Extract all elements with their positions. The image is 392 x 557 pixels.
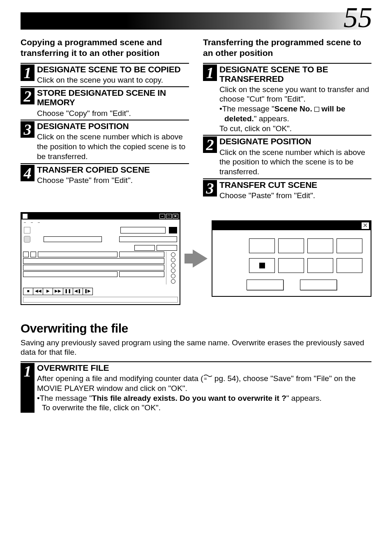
record-button[interactable]: [169, 227, 177, 233]
step-text: Choose "Paste" from "Edit".: [37, 176, 189, 185]
right-section-title: Transferring the programmed scene to an …: [203, 37, 371, 59]
dialog-button[interactable]: [247, 280, 284, 290]
radio-button[interactable]: [171, 268, 175, 273]
step-text: Click on the scene you want to copy.: [37, 75, 189, 85]
placeholder-box-icon: [314, 107, 319, 112]
step-heading: STORE DESIGNATED SCENE IN MEMORY: [37, 88, 189, 107]
menu-item[interactable]: –: [24, 220, 26, 224]
id-cell[interactable]: [278, 238, 304, 253]
page-ref-icon: [203, 376, 212, 381]
step-number: 2: [21, 88, 35, 104]
id-cell-selected[interactable]: [249, 258, 275, 273]
input-field[interactable]: [119, 236, 178, 242]
step-heading: DESIGNATE SCENE TO BE TRANSFERRED: [219, 65, 371, 83]
step-text: Click on the scene number which is above…: [37, 132, 189, 161]
list-row[interactable]: [23, 252, 164, 257]
step-heading: OVERWRITE FILE: [37, 363, 371, 372]
step-heading: DESIGNATE POSITION: [219, 136, 371, 146]
scene-list: [23, 252, 166, 284]
titlebar: ✕: [212, 221, 371, 230]
arrow-right-icon: [184, 250, 208, 268]
step-number: 3: [203, 180, 217, 196]
step-text: Click on the scene number which is above…: [219, 148, 371, 177]
id-cell[interactable]: [278, 258, 304, 273]
status-bar: [23, 297, 178, 303]
id-dialog-window: ✕: [212, 220, 371, 297]
list-row[interactable]: [23, 258, 164, 264]
left-step-1: 1 DESIGNATE SCENE TO BE COPIED Click on …: [21, 63, 189, 85]
left-step-2: 2 STORE DESIGNATED SCENE IN MEMORY Choos…: [21, 86, 189, 118]
step-heading: DESIGNATE SCENE TO BE COPIED: [37, 65, 189, 74]
id-cell[interactable]: [249, 238, 275, 253]
right-step-3: 3 TRANSFER CUT SCENE Choose "Paste" from…: [203, 178, 371, 201]
header-banner: [21, 12, 371, 30]
radio-button[interactable]: [171, 252, 175, 257]
movie-player-window: – □ ✕ – – –: [21, 212, 180, 305]
menu-item[interactable]: –: [38, 220, 40, 224]
counter-field[interactable]: [157, 245, 177, 251]
step-tail: To overwrite the file, click on "OK".: [37, 403, 371, 413]
list-row[interactable]: [23, 265, 164, 270]
id-row: [221, 238, 362, 253]
left-step-3: 3 DESIGNATE POSITION Click on the scene …: [21, 120, 189, 161]
step-bullet: •The message "This file already exists. …: [37, 393, 371, 403]
radio-button[interactable]: [171, 279, 175, 284]
step-text: Choose "Copy" from "Edit".: [37, 109, 189, 118]
dialog-button[interactable]: [300, 280, 337, 290]
step-number: 1: [203, 65, 217, 81]
step-heading: TRANSFER COPIED SCENE: [37, 165, 189, 174]
close-button[interactable]: ✕: [362, 222, 369, 229]
radio-column: [168, 252, 178, 284]
close-button[interactable]: ✕: [173, 214, 178, 219]
id-cell[interactable]: [337, 238, 362, 253]
ff-button[interactable]: ▶▶: [53, 288, 63, 295]
step-number: 1: [21, 363, 35, 413]
overwrite-step-1: 1 OVERWRITE FILE After opening a file an…: [21, 361, 371, 413]
step-bullet: •The message "Scene No. will be deleted.…: [219, 104, 371, 124]
overwrite-heading: Overwriting the file: [21, 321, 371, 335]
transport-controls: ■ ◀◀ ▶ ▶▶ ❚❚ ◀❚ ❚▶: [23, 288, 93, 295]
toolbar: [21, 225, 180, 236]
step-number: 1: [21, 65, 35, 81]
step-text: After opening a file and modifying count…: [37, 374, 371, 393]
radio-button[interactable]: [171, 274, 175, 278]
step-number: 4: [21, 165, 35, 181]
counter-field[interactable]: [134, 245, 155, 251]
input-field[interactable]: [44, 236, 102, 242]
maximize-button[interactable]: □: [166, 214, 172, 219]
play-button[interactable]: ▶: [43, 288, 53, 295]
step-tail: To cut, click on "OK".: [219, 124, 371, 134]
left-step-4: 4 TRANSFER COPIED SCENE Choose "Paste" f…: [21, 163, 189, 185]
overwrite-intro: Saving any previously saved program usin…: [21, 338, 371, 358]
pause-button[interactable]: ❚❚: [63, 288, 73, 295]
id-cell[interactable]: [307, 238, 333, 253]
right-step-1: 1 DESIGNATE SCENE TO BE TRANSFERRED Clic…: [203, 63, 371, 134]
page-number: 55: [344, 3, 372, 32]
step-heading: TRANSFER CUT SCENE: [219, 180, 371, 190]
right-step-2: 2 DESIGNATE POSITION Click on the scene …: [203, 135, 371, 176]
power-button[interactable]: [24, 236, 30, 243]
step-number: 2: [203, 136, 217, 153]
titlebar: – □ ✕: [21, 213, 180, 220]
step-number: 3: [21, 121, 35, 138]
left-section-title: Copying a programmed scene and transferr…: [21, 37, 189, 59]
menu-bar: – – –: [21, 220, 180, 225]
menu-item[interactable]: –: [31, 220, 33, 224]
id-cell[interactable]: [307, 258, 333, 273]
stop-button[interactable]: ■: [23, 288, 33, 295]
radio-button[interactable]: [171, 263, 175, 268]
step-heading: DESIGNATE POSITION: [37, 121, 189, 131]
toolbar-button[interactable]: [24, 227, 30, 233]
step-text: Click on the scene you want to transfer …: [219, 85, 371, 104]
step-back-button[interactable]: ◀❚: [73, 288, 83, 295]
id-cell[interactable]: [337, 258, 362, 273]
id-row: [221, 258, 362, 273]
app-icon: [23, 214, 28, 219]
step-text: Choose "Paste" from "Edit".: [219, 191, 371, 201]
list-row[interactable]: [23, 271, 164, 277]
step-fwd-button[interactable]: ❚▶: [83, 288, 92, 295]
minimize-button[interactable]: –: [159, 214, 165, 219]
dropdown[interactable]: [120, 227, 166, 233]
radio-button[interactable]: [171, 258, 175, 262]
rewind-button[interactable]: ◀◀: [33, 288, 43, 295]
